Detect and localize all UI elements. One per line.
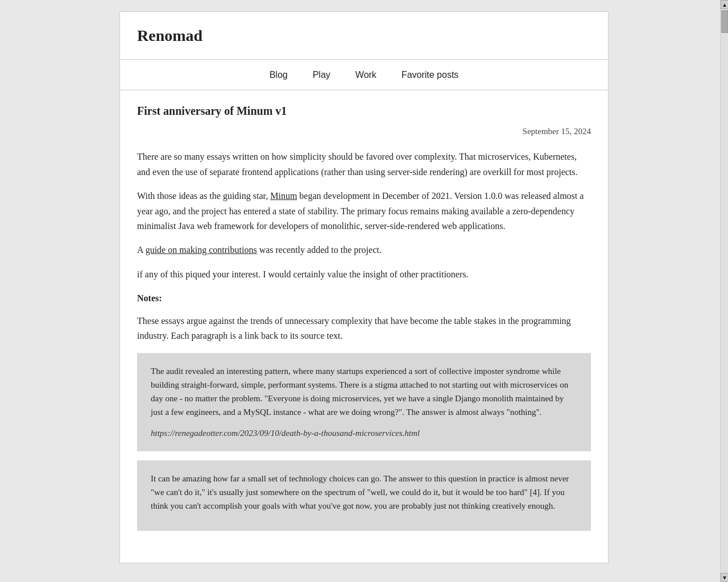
post-body: There are so many essays written on how … [137, 149, 591, 531]
blockquote-1: The audit revealed an interesting patter… [137, 353, 591, 452]
scroll-down-arrow[interactable]: ▼ [721, 573, 728, 575]
notes-heading: Notes: [137, 291, 591, 306]
main-content: First anniversary of Minum v1 September … [120, 90, 608, 563]
scrollbar-thumb[interactable] [721, 10, 728, 33]
blockquote-1-text: The audit revealed an interesting patter… [151, 364, 577, 419]
paragraph-4: if any of this piqued your interest. I w… [137, 267, 591, 282]
post-title: First anniversary of Minum v1 [137, 102, 591, 120]
post-date: September 15, 2024 [137, 124, 591, 138]
nav-play[interactable]: Play [313, 70, 330, 80]
page-wrapper: Renomad Blog Play Work Favorite posts Fi… [119, 11, 609, 563]
blockquote-2: It can be amazing how far a small set of… [137, 460, 591, 531]
nav-work[interactable]: Work [355, 70, 377, 80]
scrollbar[interactable]: ▲ ▼ [720, 0, 728, 575]
site-title: Renomad [137, 23, 591, 49]
paragraph-3: A guide on making contributions was rece… [137, 243, 591, 257]
scroll-up-arrow[interactable]: ▲ [721, 0, 728, 9]
blockquote-2-text: It can be amazing how far a small set of… [151, 472, 577, 513]
nav-blog[interactable]: Blog [270, 70, 288, 80]
paragraph-2: With those ideas as the guiding star, Mi… [137, 189, 591, 234]
notes-paragraph: These essays argue against the trends of… [137, 314, 591, 344]
blockquote-1-source[interactable]: https://renegadeotter.com/2023/09/10/dea… [151, 429, 420, 438]
site-nav: Blog Play Work Favorite posts [120, 60, 608, 91]
paragraph-1: There are so many essays written on how … [137, 149, 591, 180]
contributions-link[interactable]: guide on making contributions [146, 245, 257, 255]
site-header: Renomad [120, 12, 608, 60]
minum-link[interactable]: Minum [270, 191, 297, 201]
nav-favorite-posts[interactable]: Favorite posts [402, 70, 458, 80]
